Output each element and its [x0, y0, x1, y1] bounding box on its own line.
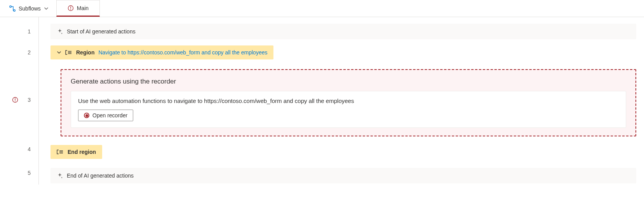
recorder-placeholder: Generate actions using the recorder Use … [61, 69, 636, 136]
chevron-down-icon [44, 6, 49, 11]
tab-bar: Subflows Main [0, 0, 644, 17]
record-icon [84, 113, 89, 118]
region-end[interactable]: End region [50, 145, 102, 159]
region-description-link[interactable]: Navigate to https://contoso.com/web_form… [98, 49, 267, 56]
line-number: 1 [0, 23, 38, 40]
svg-point-7 [15, 101, 16, 101]
svg-point-4 [70, 9, 71, 10]
error-icon [12, 97, 18, 103]
chevron-down-icon [57, 50, 61, 55]
editor-content: 1 2 3 4 5 Start of AI generated actions [0, 17, 644, 185]
end-ai-block[interactable]: End of AI generated actions [50, 168, 636, 183]
end-ai-label: End of AI generated actions [67, 173, 134, 179]
open-recorder-button[interactable]: Open recorder [78, 110, 133, 121]
placeholder-description: Use the web automation functions to navi… [78, 98, 619, 104]
start-ai-label: Start of AI generated actions [67, 28, 136, 35]
subflows-dropdown[interactable]: Subflows [5, 0, 53, 17]
tab-main[interactable]: Main [56, 0, 100, 17]
line-number: 2 [0, 44, 38, 61]
sparkle-icon [57, 28, 63, 35]
svg-rect-1 [14, 10, 15, 11]
tab-main-label: Main [77, 5, 89, 11]
flow-icon [9, 5, 16, 12]
line-number: 3 [0, 61, 38, 138]
start-ai-block[interactable]: Start of AI generated actions [50, 24, 636, 39]
sparkle-icon [57, 173, 63, 179]
open-recorder-label: Open recorder [92, 112, 127, 119]
svg-rect-0 [10, 6, 11, 7]
placeholder-title: Generate actions using the recorder [71, 78, 626, 85]
line-number: 5 [0, 164, 38, 182]
line-gutter: 1 2 3 4 5 [0, 17, 39, 185]
subflows-label: Subflows [19, 5, 41, 12]
region-icon [57, 149, 64, 155]
region-end-label: End region [68, 149, 96, 155]
placeholder-inner: Use the web automation functions to navi… [71, 91, 626, 128]
region-icon [65, 50, 72, 55]
region-header[interactable]: Region Navigate to https://contoso.com/w… [50, 45, 273, 59]
region-title: Region [76, 49, 94, 56]
line-number: 4 [0, 140, 38, 159]
flow-actions-area: Start of AI generated actions Region Nav… [39, 17, 644, 185]
error-icon [68, 5, 74, 11]
